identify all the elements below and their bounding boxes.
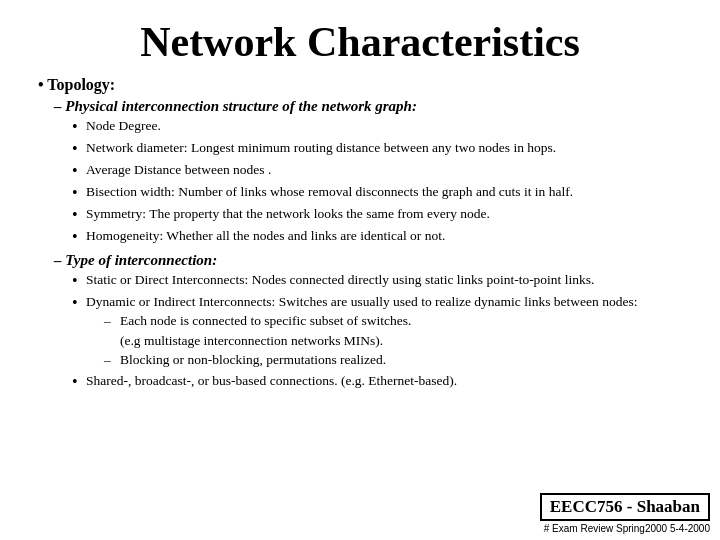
bullet-dot-3: • — [72, 160, 86, 182]
sub-dash-3: – — [104, 351, 120, 369]
bullet-text-s3: Shared-, broadcast-, or bus-based connec… — [86, 372, 692, 390]
bullet-bisection: • Bisection width: Number of links whose… — [72, 183, 692, 204]
bullet-dot-s2: • — [72, 292, 86, 314]
bullet-dynamic: • Dynamic or Indirect Interconnects: Swi… — [72, 293, 692, 370]
sub-item-1: – Each node is connected to specific sub… — [104, 312, 692, 330]
bullet-avg-distance: • Average Distance between nodes . — [72, 161, 692, 182]
sub-text-3: Blocking or non-blocking, permutations r… — [120, 351, 386, 369]
bullet-homogeneity: • Homogeneity: Whether all the nodes and… — [72, 227, 692, 248]
topology-label: • Topology: — [38, 76, 115, 93]
bullet-text-6: Homogeneity: Whether all the nodes and l… — [86, 227, 692, 245]
bullet-network-diameter: • Network diameter: Longest minimum rout… — [72, 139, 692, 160]
sub-dash-1: – — [104, 312, 120, 330]
bullet-text-5: Symmetry: The property that the network … — [86, 205, 692, 223]
bullet-dot-2: • — [72, 138, 86, 160]
physical-label: – Physical interconnection structure of … — [54, 98, 417, 114]
slide-title: Network Characteristics — [28, 18, 692, 66]
bullet-text-s1: Static or Direct Interconnects: Nodes co… — [86, 271, 692, 289]
bullet-dot-s3: • — [72, 371, 86, 393]
bullet-text-1: Node Degree. — [86, 117, 692, 135]
topology-section: • Topology: — [38, 76, 692, 94]
bullet-symmetry: • Symmetry: The property that the networ… — [72, 205, 692, 226]
slide-content: • Topology: – Physical interconnection s… — [28, 76, 692, 392]
bullet-node-degree: • Node Degree. — [72, 117, 692, 138]
footer: EECC756 - Shaaban # Exam Review Spring20… — [540, 493, 710, 534]
bullet-dot-5: • — [72, 204, 86, 226]
sub-text-1: Each node is connected to specific subse… — [120, 312, 411, 330]
bullet-shared: • Shared-, broadcast-, or bus-based conn… — [72, 372, 692, 393]
type-bullet-list: • Static or Direct Interconnects: Nodes … — [72, 271, 692, 392]
bullet-static: • Static or Direct Interconnects: Nodes … — [72, 271, 692, 292]
sub-item-3: – Blocking or non-blocking, permutations… — [104, 351, 692, 369]
sub-dash-list: – Each node is connected to specific sub… — [104, 312, 692, 369]
bullet-text-s2: Dynamic or Indirect Interconnects: Switc… — [86, 293, 692, 370]
type-section: – Type of interconnection: — [54, 252, 692, 269]
sub-text-2: (e.g multistage interconnection networks… — [120, 332, 383, 350]
footer-small: # Exam Review Spring2000 5-4-2000 — [544, 523, 710, 534]
physical-section: – Physical interconnection structure of … — [54, 98, 692, 115]
physical-bullet-list: • Node Degree. • Network diameter: Longe… — [72, 117, 692, 248]
bullet-dot-s1: • — [72, 270, 86, 292]
bullet-dot-1: • — [72, 116, 86, 138]
bullet-text-4: Bisection width: Number of links whose r… — [86, 183, 692, 201]
footer-box: EECC756 - Shaaban — [540, 493, 710, 521]
type-label: – Type of interconnection: — [54, 252, 217, 268]
bullet-text-2: Network diameter: Longest minimum routin… — [86, 139, 692, 157]
bullet-text-3: Average Distance between nodes . — [86, 161, 692, 179]
sub-item-2: (e.g multistage interconnection networks… — [104, 332, 692, 350]
slide: Network Characteristics • Topology: – Ph… — [0, 0, 720, 540]
bullet-dot-6: • — [72, 226, 86, 248]
bullet-dot-4: • — [72, 182, 86, 204]
